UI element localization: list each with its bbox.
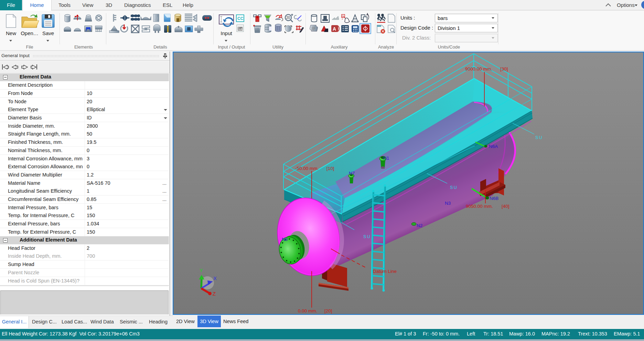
svg-text:[40]: [40] [502,204,509,209]
svg-text:Y: Y [200,267,203,273]
svg-text:N2: N2 [417,223,422,228]
svg-text:SU: SU [363,234,371,239]
svg-text:N6B: N6B [490,196,498,201]
svg-text:CC: CC [237,16,244,21]
svg-text:X: X [213,275,217,281]
svg-text:Z: Z [213,291,216,297]
svg-text:20: 20 [286,16,290,20]
svg-text:[20]: [20] [324,308,332,313]
svg-text:SU: SU [450,185,458,190]
svg-text:A: A [333,26,336,32]
svg-text:9000.00 mm.: 9000.00 mm. [465,66,492,72]
svg-text:[30]: [30] [500,66,508,72]
svg-text:Datum Line: Datum Line [373,269,397,274]
svg-text:N3: N3 [445,201,451,206]
svg-text:N1: N1 [383,156,389,161]
svg-text:0.00 mm.: 0.00 mm. [298,308,317,313]
svg-text:SU: SU [535,135,543,140]
svg-text:N8: N8 [282,237,288,242]
svg-text:N6A: N6A [489,144,498,149]
svg-text:-50.00 mm.: -50.00 mm. [295,166,319,171]
svg-text:[10]: [10] [326,166,334,171]
svg-text:9050.00 mm.: 9050.00 mm. [466,204,493,209]
svg-text:N7: N7 [349,171,355,176]
